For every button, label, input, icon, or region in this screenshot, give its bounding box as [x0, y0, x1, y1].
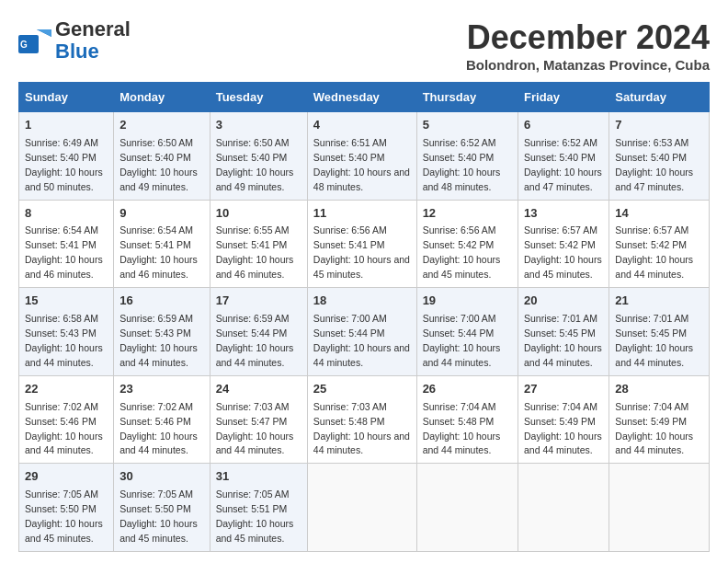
calendar-week-row: 29 Sunrise: 7:05 AMSunset: 5:50 PMDaylig… — [19, 464, 710, 552]
logo-general: General — [55, 17, 131, 40]
calendar-cell: 26 Sunrise: 7:04 AMSunset: 5:48 PMDaylig… — [416, 375, 518, 464]
day-detail: Sunrise: 6:52 AMSunset: 5:40 PMDaylight:… — [524, 137, 602, 192]
calendar-cell: 21 Sunrise: 7:01 AMSunset: 5:45 PMDaylig… — [609, 288, 710, 376]
day-number: 27 — [524, 381, 603, 398]
day-number: 2 — [119, 117, 204, 134]
day-number: 28 — [615, 381, 703, 398]
calendar-cell: 5 Sunrise: 6:52 AMSunset: 5:40 PMDayligh… — [416, 112, 518, 201]
location-subtitle: Bolondron, Matanzas Province, Cuba — [466, 57, 710, 73]
day-number: 17 — [216, 293, 301, 310]
calendar-cell: 19 Sunrise: 7:00 AMSunset: 5:44 PMDaylig… — [416, 288, 518, 376]
day-detail: Sunrise: 7:04 AMSunset: 5:49 PMDaylight:… — [524, 401, 602, 456]
calendar-cell — [609, 464, 710, 552]
calendar-cell — [307, 464, 416, 552]
day-detail: Sunrise: 7:03 AMSunset: 5:47 PMDaylight:… — [216, 401, 294, 456]
day-detail: Sunrise: 6:54 AMSunset: 5:41 PMDaylight:… — [119, 224, 198, 280]
col-wednesday: Wednesday — [307, 83, 416, 112]
day-number: 30 — [119, 468, 204, 486]
day-number: 23 — [119, 381, 204, 398]
calendar-cell: 25 Sunrise: 7:03 AMSunset: 5:48 PMDaylig… — [307, 375, 416, 464]
calendar-cell: 27 Sunrise: 7:04 AMSunset: 5:49 PMDaylig… — [518, 375, 609, 464]
calendar-cell: 9 Sunrise: 6:54 AMSunset: 5:41 PMDayligh… — [114, 200, 210, 288]
calendar-cell: 11 Sunrise: 6:56 AMSunset: 5:41 PMDaylig… — [307, 200, 416, 288]
calendar-cell: 29 Sunrise: 7:05 AMSunset: 5:50 PMDaylig… — [19, 464, 114, 552]
day-detail: Sunrise: 7:04 AMSunset: 5:48 PMDaylight:… — [423, 401, 501, 456]
calendar-cell — [518, 464, 609, 552]
day-detail: Sunrise: 6:49 AMSunset: 5:40 PMDaylight:… — [25, 137, 103, 192]
day-detail: Sunrise: 7:00 AMSunset: 5:44 PMDaylight:… — [313, 313, 410, 368]
day-detail: Sunrise: 7:05 AMSunset: 5:50 PMDaylight:… — [119, 488, 198, 544]
calendar-cell: 6 Sunrise: 6:52 AMSunset: 5:40 PMDayligh… — [518, 112, 609, 201]
day-detail: Sunrise: 6:57 AMSunset: 5:42 PMDaylight:… — [615, 224, 693, 280]
day-detail: Sunrise: 7:04 AMSunset: 5:49 PMDaylight:… — [615, 401, 693, 456]
day-detail: Sunrise: 6:56 AMSunset: 5:41 PMDaylight:… — [313, 224, 410, 280]
calendar-cell: 13 Sunrise: 6:57 AMSunset: 5:42 PMDaylig… — [518, 200, 609, 288]
day-detail: Sunrise: 6:59 AMSunset: 5:43 PMDaylight:… — [119, 313, 198, 368]
day-number: 20 — [524, 293, 603, 310]
title-area: December 2024 Bolondron, Matanzas Provin… — [466, 18, 710, 73]
header-row: Sunday Monday Tuesday Wednesday Thursday… — [19, 83, 710, 112]
calendar-cell: 22 Sunrise: 7:02 AMSunset: 5:46 PMDaylig… — [19, 375, 114, 464]
calendar-cell: 30 Sunrise: 7:05 AMSunset: 5:50 PMDaylig… — [114, 464, 210, 552]
day-detail: Sunrise: 6:52 AMSunset: 5:40 PMDaylight:… — [423, 137, 501, 192]
day-number: 29 — [25, 468, 108, 486]
calendar-week-row: 15 Sunrise: 6:58 AMSunset: 5:43 PMDaylig… — [19, 288, 710, 376]
calendar-cell: 17 Sunrise: 6:59 AMSunset: 5:44 PMDaylig… — [210, 288, 307, 376]
day-detail: Sunrise: 6:57 AMSunset: 5:42 PMDaylight:… — [524, 224, 602, 280]
col-friday: Friday — [518, 83, 609, 112]
day-detail: Sunrise: 7:01 AMSunset: 5:45 PMDaylight:… — [524, 313, 602, 368]
col-saturday: Saturday — [609, 83, 710, 112]
calendar-cell: 15 Sunrise: 6:58 AMSunset: 5:43 PMDaylig… — [19, 288, 114, 376]
col-thursday: Thursday — [416, 83, 518, 112]
calendar-cell: 4 Sunrise: 6:51 AMSunset: 5:40 PMDayligh… — [307, 112, 416, 201]
day-number: 15 — [25, 293, 108, 310]
day-detail: Sunrise: 7:00 AMSunset: 5:44 PMDaylight:… — [423, 313, 501, 368]
calendar-cell: 8 Sunrise: 6:54 AMSunset: 5:41 PMDayligh… — [19, 200, 114, 288]
day-detail: Sunrise: 7:02 AMSunset: 5:46 PMDaylight:… — [25, 401, 103, 456]
logo-blue: Blue — [55, 40, 99, 63]
col-tuesday: Tuesday — [210, 83, 307, 112]
day-number: 25 — [313, 381, 411, 398]
calendar-cell: 10 Sunrise: 6:55 AMSunset: 5:41 PMDaylig… — [210, 200, 307, 288]
calendar-cell: 12 Sunrise: 6:56 AMSunset: 5:42 PMDaylig… — [416, 200, 518, 288]
day-detail: Sunrise: 7:05 AMSunset: 5:50 PMDaylight:… — [25, 488, 103, 544]
day-number: 24 — [216, 381, 301, 398]
day-detail: Sunrise: 7:05 AMSunset: 5:51 PMDaylight:… — [216, 488, 294, 544]
day-number: 18 — [313, 293, 411, 310]
day-number: 14 — [615, 205, 703, 223]
day-number: 8 — [25, 205, 108, 223]
svg-text:G: G — [20, 40, 28, 50]
header: G General Blue December 2024 Bolondron, … — [18, 18, 710, 73]
logo: G General Blue — [18, 18, 131, 63]
day-number: 4 — [313, 117, 411, 134]
day-number: 11 — [313, 205, 411, 223]
calendar-week-row: 22 Sunrise: 7:02 AMSunset: 5:46 PMDaylig… — [19, 375, 710, 464]
day-number: 1 — [25, 117, 108, 134]
calendar-week-row: 8 Sunrise: 6:54 AMSunset: 5:41 PMDayligh… — [19, 200, 710, 288]
day-number: 31 — [216, 468, 301, 486]
calendar-cell: 3 Sunrise: 6:50 AMSunset: 5:40 PMDayligh… — [210, 112, 307, 201]
svg-marker-3 — [37, 29, 51, 37]
calendar-cell: 7 Sunrise: 6:53 AMSunset: 5:40 PMDayligh… — [609, 112, 710, 201]
day-detail: Sunrise: 6:53 AMSunset: 5:40 PMDaylight:… — [615, 137, 693, 192]
calendar-cell: 23 Sunrise: 7:02 AMSunset: 5:46 PMDaylig… — [114, 375, 210, 464]
day-number: 5 — [423, 117, 512, 134]
day-detail: Sunrise: 6:50 AMSunset: 5:40 PMDaylight:… — [119, 137, 198, 192]
calendar-cell: 14 Sunrise: 6:57 AMSunset: 5:42 PMDaylig… — [609, 200, 710, 288]
day-number: 26 — [423, 381, 512, 398]
day-number: 3 — [216, 117, 301, 134]
col-sunday: Sunday — [19, 83, 114, 112]
logo-icon: G — [18, 28, 51, 53]
day-detail: Sunrise: 7:02 AMSunset: 5:46 PMDaylight:… — [119, 401, 198, 456]
day-number: 22 — [25, 381, 108, 398]
calendar-week-row: 1 Sunrise: 6:49 AMSunset: 5:40 PMDayligh… — [19, 112, 710, 201]
day-number: 12 — [423, 205, 512, 223]
day-detail: Sunrise: 6:54 AMSunset: 5:41 PMDaylight:… — [25, 224, 103, 280]
calendar-table: Sunday Monday Tuesday Wednesday Thursday… — [18, 82, 710, 552]
calendar-cell: 31 Sunrise: 7:05 AMSunset: 5:51 PMDaylig… — [210, 464, 307, 552]
day-number: 7 — [615, 117, 703, 134]
day-detail: Sunrise: 6:51 AMSunset: 5:40 PMDaylight:… — [313, 137, 410, 192]
day-number: 21 — [615, 293, 703, 310]
day-detail: Sunrise: 6:56 AMSunset: 5:42 PMDaylight:… — [423, 224, 501, 280]
day-number: 16 — [119, 293, 204, 310]
